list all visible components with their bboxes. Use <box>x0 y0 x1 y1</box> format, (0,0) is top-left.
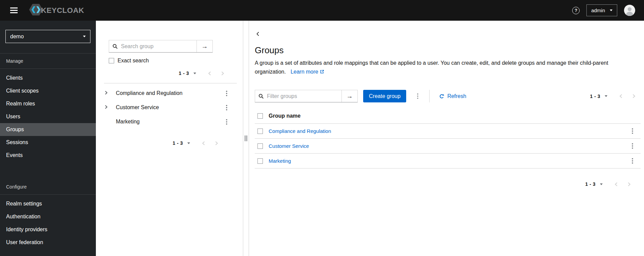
username: admin <box>591 7 605 13</box>
user-menu-dropdown[interactable]: admin <box>586 4 617 16</box>
refresh-icon <box>439 94 444 99</box>
search-icon <box>112 44 118 49</box>
sidebar-item-realm-settings[interactable]: Realm settings <box>0 197 96 210</box>
sidebar-item-authentication[interactable]: Authentication <box>0 210 96 223</box>
drag-handle[interactable] <box>245 136 247 141</box>
next-page-button[interactable] <box>216 70 229 77</box>
prev-page-button[interactable] <box>609 180 623 188</box>
create-group-button[interactable]: Create group <box>363 90 406 102</box>
group-link[interactable]: Marketing <box>269 158 291 164</box>
sidebar-item-sessions[interactable]: Sessions <box>0 136 96 149</box>
group-link[interactable]: Compliance and Regulation <box>269 128 331 134</box>
exact-search-checkbox[interactable] <box>109 58 114 63</box>
tree-item-compliance-and-regulation[interactable]: Compliance and Regulation <box>96 86 243 100</box>
configure-section-header: Configure <box>0 179 96 195</box>
hamburger-menu-icon[interactable] <box>9 6 19 15</box>
help-icon[interactable]: ? <box>572 7 580 14</box>
masthead: KEYCLOAK ? admin <box>0 0 644 21</box>
collapse-panel-chevron-icon[interactable] <box>255 31 261 37</box>
chevron-down-icon <box>83 36 86 37</box>
divider <box>104 83 237 83</box>
tree-pagination-top: 1 - 3 <box>96 69 229 77</box>
realm-selector[interactable]: demo <box>5 30 90 43</box>
groups-table: Group name Compliance and Regulation Cus… <box>255 109 641 169</box>
next-page-button[interactable] <box>627 92 641 100</box>
avatar <box>624 5 635 16</box>
row-checkbox[interactable] <box>257 143 263 149</box>
sidebar-item-realm-roles[interactable]: Realm roles <box>0 97 96 110</box>
kebab-menu-icon[interactable] <box>224 103 229 112</box>
table-pagination-bottom: 1 - 3 <box>255 180 636 188</box>
row-kebab-menu-icon[interactable] <box>630 157 635 165</box>
group-tree: Compliance and Regulation Customer Servi… <box>96 86 243 129</box>
prev-page-button[interactable] <box>203 70 216 77</box>
select-all-checkbox[interactable] <box>257 113 263 119</box>
row-kebab-menu-icon[interactable] <box>630 142 635 150</box>
chevron-down-icon <box>193 73 196 74</box>
divider <box>429 90 430 102</box>
group-tree-panel: → Exact search 1 - 3 Compli <box>96 21 243 256</box>
sidebar-item-clients[interactable]: Clients <box>0 72 96 84</box>
learn-more-link[interactable]: Learn more <box>291 67 325 76</box>
table-row: Marketing <box>255 154 641 169</box>
row-kebab-menu-icon[interactable] <box>630 127 635 135</box>
kebab-menu-icon[interactable] <box>224 89 229 98</box>
pagination-menu-toggle[interactable]: 1 - 3 <box>588 92 609 100</box>
next-page-button[interactable] <box>623 180 636 188</box>
sidebar-item-users[interactable]: Users <box>0 110 96 123</box>
next-page-button[interactable] <box>210 139 223 147</box>
groups-panel: Groups A group is a set of attributes an… <box>249 21 644 256</box>
page-title: Groups <box>255 45 644 56</box>
expand-chevron-icon[interactable] <box>104 91 114 96</box>
pagination-menu-toggle[interactable]: 1 - 3 <box>176 69 198 77</box>
current-realm: demo <box>10 34 24 40</box>
group-link[interactable]: Customer Service <box>269 143 309 149</box>
table-row: Compliance and Regulation <box>255 124 641 139</box>
keycloak-logo[interactable]: KEYCLOAK <box>29 4 84 17</box>
sidebar: demo Manage Clients Client scopes Realm … <box>0 21 96 256</box>
table-row: Customer Service <box>255 139 641 154</box>
sidebar-item-client-scopes[interactable]: Client scopes <box>0 84 96 97</box>
pagination-menu-toggle[interactable]: 1 - 3 <box>170 139 192 147</box>
keycloak-hexagon-icon <box>29 4 43 17</box>
sidebar-item-events[interactable]: Events <box>0 149 96 162</box>
search-group-input[interactable] <box>121 43 193 50</box>
page-description: A group is a set of attributes and role … <box>255 59 644 76</box>
pagination-menu-toggle[interactable]: 1 - 3 <box>583 180 605 188</box>
brand-wordmark: KEYCLOAK <box>41 6 84 15</box>
sidebar-item-identity-providers[interactable]: Identity providers <box>0 223 96 236</box>
exact-search-label: Exact search <box>118 58 149 64</box>
prev-page-button[interactable] <box>614 92 627 100</box>
column-header-group-name: Group name <box>269 113 300 119</box>
chevron-down-icon <box>600 183 603 185</box>
table-header-row: Group name <box>255 109 641 124</box>
refresh-button[interactable]: Refresh <box>439 93 466 99</box>
tree-item-marketing[interactable]: Marketing <box>96 115 243 129</box>
filter-groups-input[interactable] <box>267 93 338 99</box>
chevron-down-icon <box>187 142 190 144</box>
table-pagination-top: 1 - 3 <box>588 92 641 100</box>
row-checkbox[interactable] <box>257 129 263 134</box>
chevron-down-icon <box>610 9 612 11</box>
chevron-down-icon <box>605 95 607 97</box>
kebab-menu-icon[interactable] <box>224 118 229 126</box>
sidebar-item-user-federation[interactable]: User federation <box>0 236 96 249</box>
tree-pagination-bottom: 1 - 3 <box>96 139 223 147</box>
manage-section-header: Manage <box>0 53 96 69</box>
toolbar-kebab-menu-icon[interactable] <box>415 92 420 100</box>
filter-submit-button[interactable]: → <box>341 90 357 102</box>
row-checkbox[interactable] <box>257 158 263 164</box>
search-submit-button[interactable]: → <box>196 40 212 52</box>
search-icon <box>258 94 264 99</box>
tree-item-customer-service[interactable]: Customer Service <box>96 100 243 115</box>
groups-toolbar: → Create group Refresh 1 - 3 <box>255 90 644 102</box>
prev-page-button[interactable] <box>197 139 210 147</box>
sidebar-item-groups[interactable]: Groups <box>0 123 96 136</box>
expand-chevron-icon[interactable] <box>104 105 114 110</box>
panel-splitter <box>243 21 249 256</box>
external-link-icon <box>320 70 324 74</box>
